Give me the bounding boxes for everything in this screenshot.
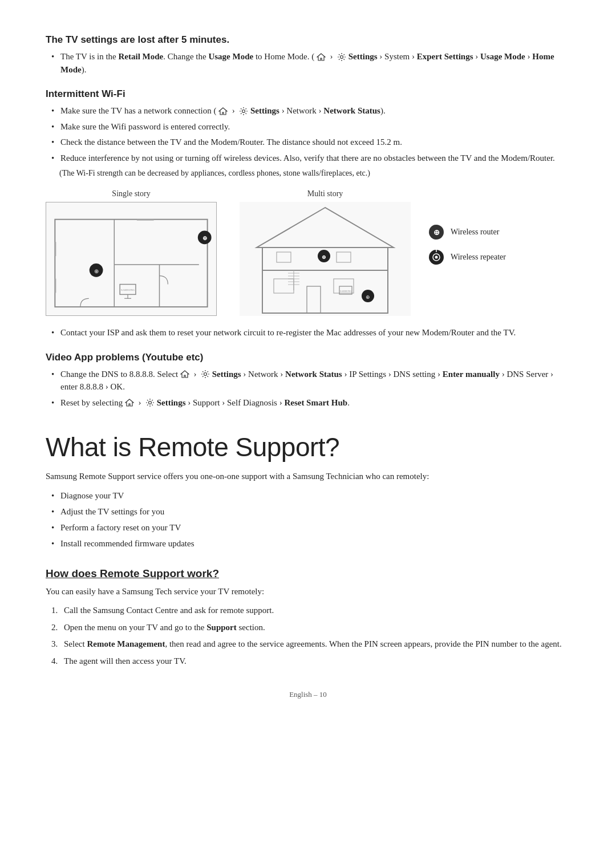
wifi-bullet-4: Reduce interference by not using or turn… (51, 152, 570, 165)
video-app-title: Video App problems (Youtube etc) (46, 352, 570, 363)
wifi-legend: ⊕ Wireless router Wireless repeater (428, 189, 506, 266)
wifi-bullet-1: Make sure the TV has a network connectio… (51, 104, 570, 117)
single-story-svg: ⊕ ⊕ SAMSUNG (46, 202, 217, 316)
repeater-icon (428, 249, 445, 266)
svg-rect-6 (55, 242, 56, 256)
tv-settings-section: The TV settings are lost after 5 minutes… (46, 34, 570, 76)
legend-repeater: Wireless repeater (428, 249, 506, 266)
video-app-bullets: Change the DNS to 8.8.8.8. Select › Sett… (46, 368, 570, 409)
legend-router: ⊕ Wireless router (428, 224, 506, 241)
how-does-title: How does Remote Support work? (46, 567, 570, 580)
wifi-bullet-2: Make sure the Wifi password is entered c… (51, 120, 570, 133)
wifi-note: (The Wi-Fi strength can be decreased by … (59, 167, 570, 179)
multi-story-diagram: Multi story (240, 189, 411, 316)
svg-rect-24 (337, 252, 351, 262)
step-2: 2. Open the menu on your TV and go to th… (51, 621, 570, 634)
single-story-label: Single story (112, 189, 150, 198)
home-icon (314, 52, 328, 61)
svg-point-42 (435, 256, 438, 259)
wifi-contact-bullet: Contact your ISP and ask them to reset y… (46, 326, 570, 339)
multi-story-svg: SAMSUNG ⊕ ⊕ (240, 202, 411, 316)
video-bullet-1: Change the DNS to 8.8.8.8. Select › Sett… (51, 368, 570, 393)
svg-point-45 (148, 401, 151, 404)
tv-settings-title: The TV settings are lost after 5 minutes… (46, 34, 570, 46)
svg-rect-7 (55, 279, 56, 293)
tv-settings-bullets: The TV is in the Retail Mode. Change the… (46, 50, 570, 76)
step-3: 3. Select Remote Management, then read a… (51, 638, 570, 651)
svg-rect-2 (55, 220, 207, 307)
rs-bullet-3: Perform a factory reset on your TV (51, 521, 570, 534)
svg-text:⊕: ⊕ (366, 294, 370, 300)
wifi-diagram-area: Single story ⊕ ⊕ (46, 189, 570, 316)
svg-point-0 (341, 55, 343, 58)
wifi-title: Intermittent Wi-Fi (46, 88, 570, 100)
step-4: 4. The agent will then access your TV. (51, 655, 570, 668)
wifi-bullet-5: Contact your ISP and ask them to reset y… (51, 326, 570, 339)
svg-marker-17 (257, 208, 394, 248)
rs-bullet-1: Diagnose your TV (51, 489, 570, 502)
router-label: Wireless router (451, 228, 499, 237)
svg-text:SAMSUNG: SAMSUNG (340, 290, 351, 293)
remote-support-title: What is Remote Support? (46, 432, 570, 462)
how-does-steps: 1. Call the Samsung Contact Centre and a… (46, 604, 570, 667)
step-1: 1. Call the Samsung Contact Centre and a… (51, 604, 570, 617)
remote-support-bullets: Diagnose your TV Adjust the TV settings … (46, 489, 570, 550)
remote-support-section: What is Remote Support? Samsung Remote S… (46, 432, 570, 550)
svg-text:⊕: ⊕ (322, 254, 326, 260)
svg-text:⊕: ⊕ (433, 228, 440, 237)
svg-rect-21 (274, 279, 294, 293)
svg-point-44 (204, 373, 206, 376)
svg-rect-23 (277, 252, 291, 262)
router-icon: ⊕ (428, 224, 445, 241)
svg-text:⊕: ⊕ (94, 268, 99, 274)
video-app-section: Video App problems (Youtube etc) Change … (46, 352, 570, 409)
rs-bullet-2: Adjust the TV settings for you (51, 505, 570, 518)
wifi-section: Intermittent Wi-Fi Make sure the TV has … (46, 88, 570, 339)
svg-rect-8 (137, 220, 154, 221)
single-story-diagram: Single story ⊕ ⊕ (46, 189, 217, 316)
svg-text:SAMSUNG: SAMSUNG (121, 289, 135, 291)
wifi-bullets: Make sure the TV has a network connectio… (46, 104, 570, 164)
multi-story-label: Multi story (307, 189, 343, 198)
remote-support-intro: Samsung Remote Support service offers yo… (46, 469, 570, 483)
footer-text: English – 10 (289, 690, 327, 699)
svg-text:⊕: ⊕ (202, 235, 207, 241)
svg-rect-25 (307, 286, 321, 313)
video-bullet-2: Reset by selecting › Settings › Support … (51, 396, 570, 409)
settings-icon-1 (337, 52, 348, 61)
wifi-bullet-3: Check the distance between the TV and th… (51, 136, 570, 149)
rs-bullet-4: Install recommended firmware updates (51, 537, 570, 550)
how-does-section: How does Remote Support work? You can ea… (46, 567, 570, 667)
footer: English – 10 (46, 690, 570, 699)
how-does-intro: You can easily have a Samsung Tech servi… (46, 585, 570, 598)
repeater-label: Wireless repeater (451, 253, 506, 262)
svg-point-1 (242, 109, 245, 112)
tv-settings-bullet-1: The TV is in the Retail Mode. Change the… (51, 50, 570, 76)
